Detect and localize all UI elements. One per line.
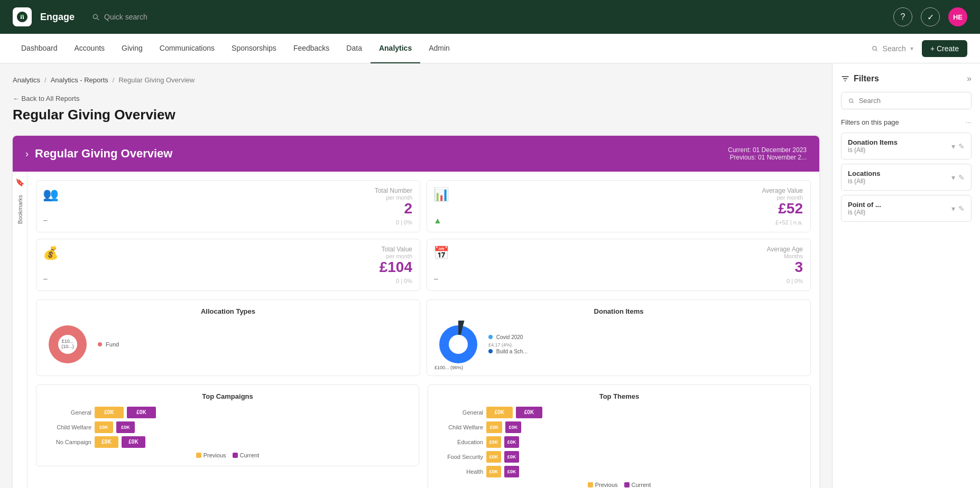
theme-prev-health: £0K	[486, 466, 501, 477]
metric-label-2: Average Value	[434, 187, 803, 194]
campaign-bar-general: General £0K £0K	[44, 407, 411, 418]
main-content: Analytics / Analytics - Reports / Regula…	[0, 63, 980, 488]
top-themes-bars: General £0K £0K Child Welfare £0K £0K	[436, 407, 803, 477]
donation-legend-item-1: Covid 2020	[488, 334, 528, 340]
create-button[interactable]: + Create	[922, 40, 967, 57]
secondary-search[interactable]: Search ▾	[871, 44, 913, 53]
donation-items-card: Donation Items	[427, 299, 811, 376]
filter-locations-edit-icon[interactable]: ✎	[958, 173, 965, 182]
topbar: Engage Quick search ? ✓ HE	[0, 0, 980, 34]
nav-analytics[interactable]: Analytics	[371, 34, 420, 63]
donation-legend-value-1: £4.17 (4%)	[488, 342, 528, 348]
nav-feedbacks[interactable]: Feedbacks	[285, 34, 338, 63]
nav-data[interactable]: Data	[338, 34, 371, 63]
filter-item-locations-info: Locations is (All)	[848, 170, 880, 185]
metric-total-number: 👥 Total Number per month 2 0 | 0% −	[36, 180, 420, 232]
change-up-icon-2: ▲	[433, 216, 442, 225]
report-header: › Regular Giving Overview Current: 01 De…	[13, 136, 819, 172]
bookmarks-label: Bookmarks	[17, 195, 23, 224]
report-header-dates: Current: 01 December 2023 Previous: 01 N…	[728, 146, 807, 161]
nav-giving[interactable]: Giving	[113, 34, 151, 63]
donation-legend-item-2: Build a Sch...	[488, 349, 528, 354]
nav-admin[interactable]: Admin	[420, 34, 458, 63]
donation-outer-text: £100... (96%)	[434, 365, 463, 370]
page-header: ← Back to All Reports Regular Giving Ove…	[13, 95, 819, 123]
report-toggle-icon[interactable]: ›	[25, 148, 29, 159]
filter-donation-name: Donation Items	[848, 138, 898, 146]
theme-bar-general: General £0K £0K	[436, 407, 803, 418]
help-icon[interactable]: ?	[893, 7, 912, 26]
metrics-row-1: 👥 Total Number per month 2 0 | 0% −	[36, 180, 811, 232]
top-campaigns-title: Top Campaigns	[44, 392, 411, 400]
breadcrumb: Analytics / Analytics - Reports / Regula…	[13, 76, 819, 84]
left-panel: Analytics / Analytics - Reports / Regula…	[0, 63, 832, 488]
filters-search[interactable]	[841, 92, 972, 109]
filter-point-edit-icon[interactable]: ✎	[958, 204, 965, 213]
breadcrumb-analytics[interactable]: Analytics	[13, 76, 40, 84]
theme-bar-foodsecurity: Food Security £0K £0K	[436, 451, 803, 463]
campaign-bar-childwelfare: Child Welfare £0K £0K	[44, 421, 411, 433]
metric-change-1: −	[43, 216, 48, 226]
nav-communications[interactable]: Communications	[151, 34, 223, 63]
top-charts-row: Top Campaigns General £0K £0K Child Welf…	[27, 384, 819, 488]
bookmark-icon[interactable]: 🔖	[15, 178, 24, 186]
metric-total-value: 💰 Total Value per month £104 0 | 0% −	[36, 239, 420, 291]
change-down-icon-1: −	[43, 216, 48, 225]
metric-footer-4: 0 | 0%	[434, 278, 803, 284]
donation-items-title: Donation Items	[434, 307, 803, 315]
filter-locations-expand-icon[interactable]: ▾	[951, 173, 955, 182]
theme-prev-childwelfare: £0K	[486, 421, 502, 433]
report-main-area: 👥 Total Number per month 2 0 | 0% −	[27, 172, 819, 488]
nav-sponsorships[interactable]: Sponsorships	[223, 34, 285, 63]
theme-label-health: Health	[436, 468, 483, 475]
theme-prev-education: £0K	[486, 436, 501, 448]
donation-items-legend: Covid 2020 £4.17 (4%) Build a Sch...	[488, 334, 528, 354]
metric-icon-4: 📅	[433, 246, 449, 260]
small-charts-row: Allocation Types £10...(10...)	[27, 299, 819, 384]
notifications-icon[interactable]: ✓	[921, 7, 940, 26]
metric-change-3: −	[43, 275, 48, 284]
global-search[interactable]: Quick search	[91, 13, 147, 21]
breadcrumb-sep2: /	[113, 76, 115, 84]
campaign-curr-childwelfare: £0K	[116, 421, 135, 433]
theme-prev-legend-text: Previous	[595, 482, 618, 488]
metric-sublabel-3: per month	[44, 253, 412, 259]
logo[interactable]	[13, 7, 32, 26]
metric-change-2: ▲	[433, 216, 442, 226]
campaign-label-nocampaign: No Campaign	[44, 439, 91, 445]
filter-point-expand-icon[interactable]: ▾	[951, 204, 955, 213]
bookmarks-sidebar: 🔖 Bookmarks	[13, 172, 27, 488]
nav-dashboard[interactable]: Dashboard	[13, 34, 66, 63]
filters-search-icon	[848, 97, 855, 105]
metric-footer-1: 0 | 0%	[44, 219, 412, 226]
theme-prev-general: £0K	[486, 407, 513, 418]
metric-average-age: 📅 Average Age Months 3 0 | 0% −	[427, 239, 811, 291]
donation-donut-wrapper: £100... (96%)	[434, 321, 482, 368]
theme-curr-general: £0K	[516, 407, 542, 418]
filters-search-input[interactable]	[859, 97, 965, 105]
breadcrumb-reports[interactable]: Analytics - Reports	[51, 76, 108, 84]
top-themes-card: Top Themes General £0K £0K Child Welfare	[423, 384, 811, 488]
allocation-types-donut: £10...(10...) Fund	[44, 321, 412, 368]
filter-donation-expand-icon[interactable]: ▾	[951, 142, 955, 151]
allocation-legend-dot-1	[98, 342, 102, 346]
curr-legend-color	[233, 453, 238, 458]
avatar[interactable]: HE	[948, 7, 967, 26]
filter-donation-edit-icon[interactable]: ✎	[958, 142, 965, 151]
filter-item-point-of: Point of ... is (All) ▾ ✎	[841, 195, 972, 222]
donation-items-donut-container: £100... (96%) Covid 2020 £4.1	[434, 321, 803, 368]
theme-curr-education: £0K	[504, 436, 519, 448]
allocation-center-text: £10...(10...)	[61, 339, 74, 350]
back-link-text: ← Back to All Reports	[13, 95, 79, 102]
filters-title-text: Filters	[854, 74, 879, 83]
nav-accounts[interactable]: Accounts	[66, 34, 114, 63]
filter-point-actions: ▾ ✎	[951, 204, 965, 213]
filters-panel: Filters » Filters on this page ··· Donat…	[832, 63, 980, 488]
filters-collapse-icon[interactable]: »	[967, 74, 972, 83]
filter-item-donation: Donation Items is (All) ▾ ✎	[841, 133, 972, 159]
metric-sublabel-4: Months	[434, 253, 803, 259]
filters-more-icon[interactable]: ···	[965, 118, 972, 126]
back-link[interactable]: ← Back to All Reports	[13, 95, 819, 102]
filter-donation-value: is (All)	[848, 146, 898, 154]
top-themes-inner: Top Themes General £0K £0K Child Welfare	[428, 384, 811, 488]
